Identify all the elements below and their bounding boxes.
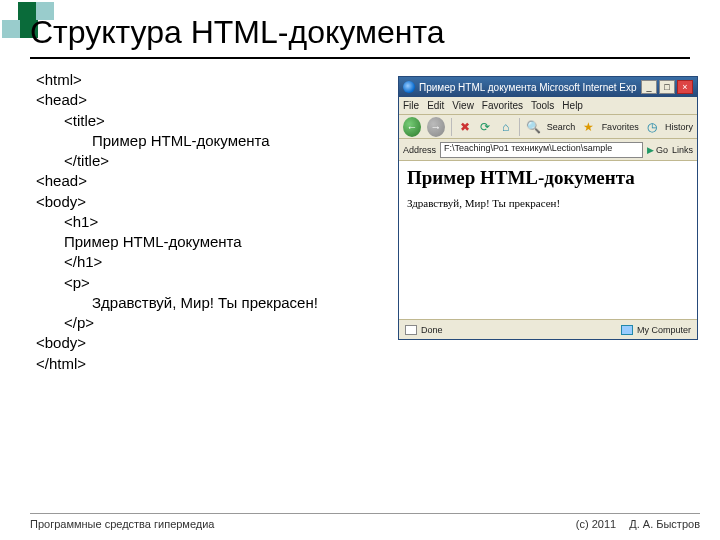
rendered-paragraph: Здравствуй, Мир! Ты прекрасен! — [407, 197, 689, 209]
code-line: </html> — [36, 354, 318, 374]
page-viewport: Пример HTML-документа Здравствуй, Мир! Т… — [399, 161, 697, 319]
menu-view[interactable]: View — [452, 100, 474, 111]
footer-copyright: (с) 2011 — [576, 518, 616, 530]
home-button[interactable]: ⌂ — [498, 119, 512, 135]
titlebar[interactable]: Пример HTML документа Microsoft Internet… — [399, 77, 697, 97]
code-line: </title> — [64, 151, 318, 171]
ie-icon — [403, 81, 415, 93]
address-input[interactable]: F:\Teaching\Ро1 техникум\Lection\sample — [440, 142, 643, 158]
footer-author: Д. А. Быстров — [629, 518, 700, 530]
deco-square — [2, 20, 20, 38]
code-line: <html> — [36, 70, 318, 90]
refresh-button[interactable]: ⟳ — [478, 119, 492, 135]
go-button[interactable]: ▶Go — [647, 145, 668, 155]
code-line: Пример HTML-документа — [92, 131, 318, 151]
code-line: <p> — [64, 273, 318, 293]
menu-help[interactable]: Help — [562, 100, 583, 111]
close-button[interactable]: × — [677, 80, 693, 94]
search-label[interactable]: Search — [547, 122, 576, 132]
maximize-button[interactable]: □ — [659, 80, 675, 94]
separator — [451, 118, 452, 136]
menu-edit[interactable]: Edit — [427, 100, 444, 111]
code-line: </h1> — [64, 252, 318, 272]
window-buttons: _ □ × — [641, 80, 693, 94]
footer-course: Программные средства гипермедиа — [30, 518, 214, 530]
rendered-h1: Пример HTML-документа — [407, 167, 689, 189]
code-listing: <html> <head> <title> Пример HTML-докуме… — [36, 70, 318, 374]
zone-text: My Computer — [637, 325, 691, 335]
history-icon[interactable]: ◷ — [645, 119, 659, 135]
forward-button[interactable]: → — [427, 117, 445, 137]
go-arrow-icon: ▶ — [647, 145, 654, 155]
code-line: <h1> — [64, 212, 318, 232]
back-button[interactable]: ← — [403, 117, 421, 137]
window-title: Пример HTML документа Microsoft Internet… — [419, 82, 637, 93]
history-label[interactable]: History — [665, 122, 693, 132]
toolbar: ← → ✖ ⟳ ⌂ 🔍 Search ★ Favorites ◷ History — [399, 115, 697, 139]
zone-icon — [621, 325, 633, 335]
menubar: File Edit View Favorites Tools Help — [399, 97, 697, 115]
go-label: Go — [656, 145, 668, 155]
address-bar: Address F:\Teaching\Ро1 техникум\Lection… — [399, 139, 697, 161]
menu-file[interactable]: File — [403, 100, 419, 111]
menu-favorites[interactable]: Favorites — [482, 100, 523, 111]
code-line: Здравствуй, Мир! Ты прекрасен! — [92, 293, 318, 313]
browser-window: Пример HTML документа Microsoft Internet… — [398, 76, 698, 340]
code-line: <body> — [36, 333, 318, 353]
minimize-button[interactable]: _ — [641, 80, 657, 94]
code-line: <title> — [64, 111, 318, 131]
done-icon — [405, 325, 417, 335]
links-button[interactable]: Links — [672, 145, 693, 155]
code-line: <head> — [36, 90, 318, 110]
search-icon[interactable]: 🔍 — [526, 119, 541, 135]
status-bar: Done My Computer — [399, 319, 697, 339]
code-line: <body> — [36, 192, 318, 212]
address-label: Address — [403, 145, 436, 155]
slide-title: Структура HTML-документа — [30, 14, 690, 59]
status-text: Done — [421, 325, 443, 335]
menu-tools[interactable]: Tools — [531, 100, 554, 111]
favorites-label[interactable]: Favorites — [602, 122, 639, 132]
separator — [519, 118, 520, 136]
code-line: </p> — [64, 313, 318, 333]
stop-button[interactable]: ✖ — [458, 119, 472, 135]
code-line: Пример HTML-документа — [64, 232, 318, 252]
code-line: <head> — [36, 171, 318, 191]
footer: Программные средства гипермедиа (с) 2011… — [30, 513, 700, 530]
favorites-icon[interactable]: ★ — [581, 119, 595, 135]
